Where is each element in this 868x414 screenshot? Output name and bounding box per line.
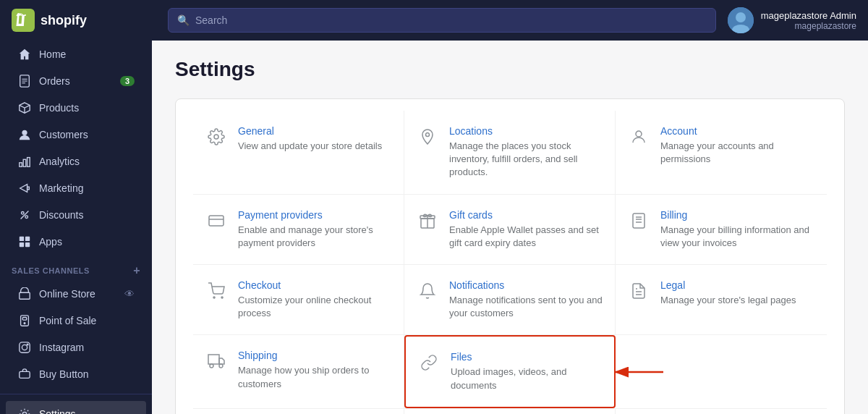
notifications-content: Notifications Manage notifications sent … — [449, 279, 603, 320]
user-area[interactable]: mageplazastore Admin mageplazastore — [728, 7, 856, 33]
sidebar-item-instagram[interactable]: Instagram — [6, 334, 146, 360]
gift-cards-title: Gift cards — [449, 209, 603, 221]
settings-cell-files[interactable]: Files Upload images, videos, and documen… — [404, 335, 616, 407]
billing-desc: Manage your billing information and view… — [660, 224, 815, 250]
legal-desc: Manage your store's legal pages — [660, 294, 815, 307]
notifications-desc: Manage notifications sent to you and you… — [449, 294, 603, 320]
buy-button-icon — [17, 367, 32, 381]
legal-icon — [627, 279, 650, 303]
notifications-title: Notifications — [449, 279, 603, 291]
settings-row-1: General View and update your store detai… — [193, 111, 827, 195]
billing-icon — [627, 209, 650, 232]
billing-title: Billing — [660, 209, 815, 221]
sidebar-item-online-store[interactable]: Online Store 👁 — [6, 281, 146, 307]
sidebar-item-settings[interactable]: Settings — [6, 401, 146, 414]
settings-cell-sales-channels[interactable]: Sales channels Manage the channels you u… — [404, 409, 616, 414]
svg-rect-13 — [23, 159, 26, 166]
add-sales-channel-button[interactable]: + — [133, 264, 140, 277]
sidebar-item-products-label: Products — [39, 102, 79, 114]
settings-cell-gift-cards[interactable]: Gift cards Enable Apple Wallet passes an… — [404, 195, 616, 264]
account-icon — [627, 125, 650, 148]
marketing-icon — [17, 181, 32, 195]
locations-desc: Manage the places you stock inventory, f… — [449, 140, 603, 179]
sidebar-item-buy-button[interactable]: Buy Button — [6, 361, 146, 387]
eye-icon: 👁 — [124, 288, 135, 300]
svg-rect-40 — [633, 214, 644, 228]
svg-line-9 — [20, 105, 25, 108]
customers-icon — [17, 127, 32, 142]
payment-desc: Enable and manage your store's payment p… — [238, 224, 392, 250]
shipping-content: Shipping Manage how you ship orders to c… — [238, 350, 392, 390]
sidebar-item-pos-label: Point of Sale — [39, 315, 96, 326]
instagram-icon — [17, 340, 32, 355]
svg-point-44 — [213, 297, 215, 298]
settings-cell-shipping[interactable]: Shipping Manage how you ship orders to c… — [193, 335, 404, 407]
svg-point-45 — [221, 297, 223, 298]
svg-point-29 — [27, 344, 28, 345]
sidebar-item-orders[interactable]: Orders 3 — [6, 68, 146, 94]
orders-icon — [17, 74, 32, 88]
svg-rect-14 — [27, 158, 30, 167]
locations-title: Locations — [449, 125, 603, 137]
account-title: Account — [660, 125, 815, 137]
svg-line-10 — [25, 105, 30, 108]
sidebar-item-marketing-label: Marketing — [39, 182, 83, 194]
apps-icon — [17, 235, 32, 249]
svg-rect-30 — [20, 371, 30, 378]
svg-marker-49 — [219, 358, 224, 364]
files-content: Files Upload images, videos, and documen… — [451, 351, 603, 392]
discounts-icon — [17, 208, 32, 222]
settings-cell-account[interactable]: Account Manage your accounts and permiss… — [616, 111, 827, 194]
settings-cell-notifications[interactable]: Notifications Manage notifications sent … — [404, 265, 616, 334]
store-icon — [17, 287, 32, 301]
locations-content: Locations Manage the places you stock in… — [449, 125, 603, 179]
checkout-title: Checkout — [238, 279, 392, 291]
settings-cell-billing[interactable]: Billing Manage your billing information … — [616, 195, 827, 264]
search-input[interactable] — [195, 14, 707, 26]
svg-rect-48 — [208, 355, 219, 364]
sidebar-item-analytics[interactable]: Analytics — [6, 148, 146, 174]
user-avatar — [728, 7, 754, 33]
analytics-icon — [17, 154, 32, 169]
sidebar-item-marketing[interactable]: Marketing — [6, 175, 146, 201]
settings-cell-checkout[interactable]: Checkout Customize your online checkout … — [193, 265, 404, 334]
sidebar-item-orders-label: Orders — [39, 75, 70, 87]
sidebar-item-discounts[interactable]: Discounts — [6, 202, 146, 228]
svg-rect-25 — [22, 318, 26, 321]
files-desc: Upload images, videos, and documents — [451, 366, 603, 392]
general-desc: View and update your store details — [238, 140, 392, 153]
home-icon — [17, 47, 32, 62]
sidebar-item-home[interactable]: Home — [6, 41, 146, 67]
checkout-desc: Customize your online checkout process — [238, 294, 392, 320]
orders-badge: 3 — [120, 76, 135, 86]
svg-point-26 — [24, 323, 25, 324]
settings-cell-payment[interactable]: Payment providers Enable and manage your… — [193, 195, 404, 264]
sidebar-item-apps[interactable]: Apps — [6, 229, 146, 255]
sidebar-item-buy-button-label: Buy Button — [39, 368, 89, 380]
account-content: Account Manage your accounts and permiss… — [660, 125, 815, 166]
sidebar-item-pos[interactable]: Point of Sale — [6, 308, 146, 334]
svg-point-28 — [22, 345, 27, 350]
settings-cell-legal[interactable]: Legal Manage your store's legal pages — [616, 265, 827, 334]
search-bar[interactable]: 🔍 — [168, 8, 716, 33]
gift-cards-desc: Enable Apple Wallet passes and set gift … — [449, 224, 603, 250]
user-info: mageplazastore Admin mageplazastore — [761, 10, 856, 31]
sidebar-item-customers[interactable]: Customers — [6, 122, 146, 148]
settings-cell-general[interactable]: General View and update your store detai… — [193, 111, 404, 194]
sidebar: Home Orders 3 Products Customers — [0, 41, 152, 414]
general-title: General — [238, 125, 392, 137]
settings-row-2: Payment providers Enable and manage your… — [193, 195, 827, 265]
sidebar-item-instagram-label: Instagram — [39, 342, 84, 353]
sidebar-item-online-store-label: Online Store — [39, 288, 95, 300]
sidebar-item-products[interactable]: Products — [6, 95, 146, 121]
svg-rect-19 — [20, 237, 24, 241]
settings-row-5: Taxes Manage how your store charges taxe… — [193, 409, 827, 414]
notification-icon — [416, 279, 439, 303]
sidebar-item-home-label: Home — [39, 48, 66, 60]
settings-cell-locations[interactable]: Locations Manage the places you stock in… — [404, 111, 616, 194]
products-icon — [17, 101, 32, 115]
shipping-desc: Manage how you ship orders to customers — [238, 364, 392, 390]
settings-cell-taxes[interactable]: Taxes Manage how your store charges taxe… — [193, 409, 404, 414]
svg-point-16 — [22, 212, 25, 215]
settings-cell-empty-5 — [616, 409, 827, 414]
